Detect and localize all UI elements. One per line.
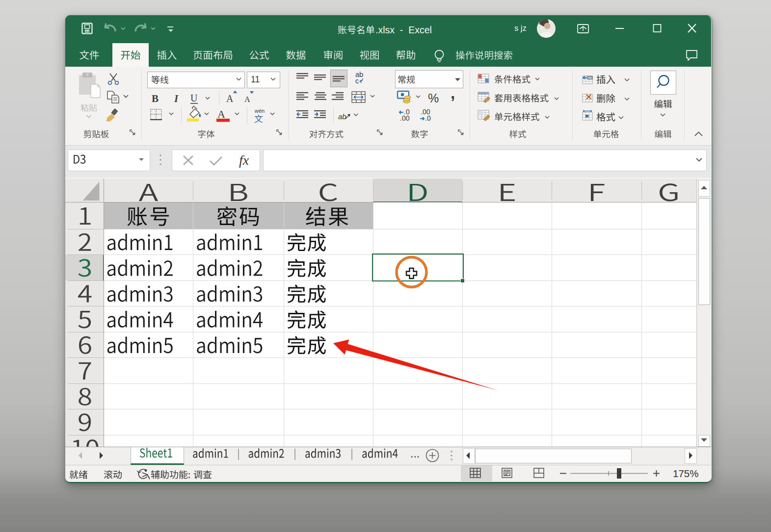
svg-text:11: 11: [251, 75, 260, 84]
svg-text:c: c: [355, 77, 359, 85]
svg-text:%: %: [428, 91, 439, 105]
svg-text:A: A: [226, 93, 234, 104]
svg-text:wén: wén: [254, 108, 265, 114]
svg-text:A: A: [217, 108, 225, 120]
svg-text:,: ,: [451, 84, 455, 102]
svg-text:A: A: [244, 95, 250, 103]
svg-text:s jz: s jz: [514, 24, 527, 32]
svg-text:.0: .0: [425, 114, 431, 122]
svg-text:.xlsx - Excel: .xlsx - Excel: [375, 25, 432, 35]
svg-text:...: ...: [410, 447, 420, 460]
svg-text:ab: ab: [338, 112, 346, 121]
svg-text:U: U: [190, 93, 198, 103]
svg-text:175%: 175%: [673, 468, 698, 479]
svg-text:B: B: [152, 93, 159, 104]
svg-text:fx: fx: [239, 152, 249, 168]
svg-text:I: I: [174, 93, 179, 104]
svg-text:.00: .00: [400, 114, 410, 122]
